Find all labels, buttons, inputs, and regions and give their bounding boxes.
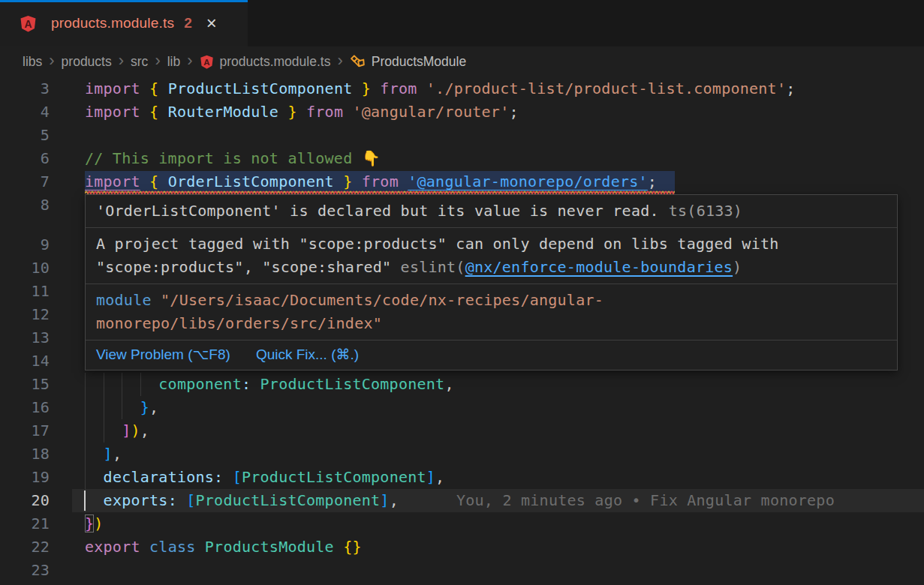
- line-number: 12: [0, 303, 50, 326]
- angular-file-icon: A: [20, 15, 37, 32]
- code-text: // This import is not allowed 👇: [85, 147, 381, 170]
- code-line-20[interactable]: 20 exports: [ProductListComponent],You, …: [0, 489, 924, 512]
- line-number: 6: [0, 147, 50, 170]
- hover-action-bar: View Problem (⌥F8) Quick Fix... (⌘.): [86, 340, 897, 370]
- code-text: export class ProductsModule {}: [85, 536, 362, 559]
- line-number: 22: [0, 536, 50, 559]
- line-number: 17: [0, 419, 50, 442]
- tab-products-module-ts[interactable]: A products.module.ts 2 ×: [0, 0, 248, 46]
- code-text: },: [85, 396, 158, 419]
- hover-popup: 'OrderListComponent' is declared but its…: [85, 194, 898, 370]
- line-number: 19: [0, 466, 50, 489]
- code-text: declarations: [ProductListComponent],: [85, 466, 444, 489]
- module-path-line2: monorepo/libs/orders/src/index": [96, 314, 382, 332]
- code-text: }): [85, 512, 104, 536]
- close-icon[interactable]: ×: [206, 14, 217, 32]
- eslint-rule-link[interactable]: @nx/enforce-module-boundaries: [465, 258, 733, 276]
- line-number: 16: [0, 396, 50, 419]
- breadcrumb-item-products[interactable]: products: [62, 54, 112, 70]
- angular-file-icon: A: [200, 55, 214, 69]
- view-problem-action[interactable]: View Problem (⌥F8): [96, 346, 230, 363]
- chevron-right-icon: ›: [119, 52, 124, 71]
- line-number: 21: [0, 512, 50, 536]
- code-text: import { ProductListComponent } from './…: [85, 77, 795, 100]
- module-keyword: module: [96, 291, 152, 309]
- svg-text:A: A: [24, 17, 32, 29]
- line-number: 23: [0, 559, 50, 582]
- hover-eslint-diagnostic: A project tagged with "scope:products" c…: [86, 228, 897, 284]
- chevron-right-icon: ›: [155, 52, 160, 71]
- tab-problem-count-badge: 2: [184, 15, 192, 32]
- line-number: 9: [0, 233, 50, 256]
- eslint-source-suffix: ): [733, 258, 742, 276]
- line-number: 14: [0, 350, 50, 373]
- line-number: 11: [0, 280, 50, 303]
- line-number: 10: [0, 256, 50, 280]
- code-line-7[interactable]: 7import { OrderListComponent } from '@an…: [0, 170, 924, 194]
- chevron-right-icon: ›: [187, 52, 192, 71]
- breadcrumb-item-file[interactable]: products.module.ts: [220, 54, 331, 70]
- eslint-message-line1: A project tagged with "scope:products" c…: [96, 232, 886, 256]
- line-number: 5: [0, 124, 50, 147]
- svg-text:A: A: [203, 58, 209, 67]
- line-number: 18: [0, 442, 50, 466]
- breadcrumb: libs › products › src › lib › A products…: [0, 46, 924, 77]
- eslint-message-line2: "scope:products", "scope:shared" eslint(…: [96, 256, 886, 279]
- breadcrumb-item-libs[interactable]: libs: [23, 54, 42, 70]
- line-number: 13: [0, 326, 50, 350]
- code-line-18[interactable]: 18 ],: [0, 442, 924, 466]
- code-text: ],: [85, 442, 122, 466]
- line-number: 20: [0, 489, 50, 512]
- code-line-15[interactable]: 15 component: ProductListComponent,: [0, 373, 924, 396]
- tab-bar: A products.module.ts 2 ×: [0, 0, 924, 46]
- breadcrumb-item-lib[interactable]: lib: [167, 54, 181, 70]
- hover-ts-diagnostic: 'OrderListComponent' is declared but its…: [86, 195, 897, 227]
- code-text: ]),: [85, 419, 149, 442]
- code-line-5[interactable]: 5: [0, 124, 924, 147]
- code-line-19[interactable]: 19 declarations: [ProductListComponent],: [0, 466, 924, 489]
- eslint-message-text: "scope:products", "scope:shared": [96, 258, 391, 276]
- code-line-23[interactable]: 23: [0, 559, 924, 582]
- chevron-right-icon: ›: [337, 52, 342, 71]
- code-line-22[interactable]: 22export class ProductsModule {}: [0, 536, 924, 559]
- eslint-source-prefix: eslint(: [391, 258, 465, 276]
- text-cursor: [84, 490, 86, 511]
- code-text: import { RouterModule } from '@angular/r…: [85, 100, 519, 124]
- code-text: exports: [ProductListComponent],: [85, 489, 399, 512]
- line-number: 8: [0, 194, 50, 217]
- ts-diagnostic-code: ts(6133): [669, 202, 742, 220]
- code-line-17[interactable]: 17 ]),: [0, 419, 924, 442]
- line-number: 15: [0, 373, 50, 396]
- quick-fix-action[interactable]: Quick Fix... (⌘.): [256, 346, 359, 363]
- breadcrumb-item-symbol[interactable]: ProductsModule: [372, 54, 466, 70]
- hover-module-path: module "/Users/isaac/Documents/code/nx-r…: [86, 284, 897, 340]
- tab-label: products.module.ts: [51, 15, 174, 32]
- breadcrumb-item-src[interactable]: src: [131, 54, 148, 70]
- code-line-4[interactable]: 4import { RouterModule } from '@angular/…: [0, 100, 924, 124]
- code-line-6[interactable]: 6// This import is not allowed 👇: [0, 147, 924, 170]
- module-path-line1: "/Users/isaac/Documents/code/nx-recipes/…: [161, 291, 603, 309]
- code-line-3[interactable]: 3import { ProductListComponent } from '.…: [0, 77, 924, 100]
- code-text: component: ProductListComponent,: [85, 373, 454, 396]
- class-symbol-icon: [350, 54, 366, 70]
- line-number: 3: [0, 77, 50, 100]
- git-blame-annotation: You, 2 minutes ago • Fix Angular monorep…: [456, 489, 835, 512]
- code-line-16[interactable]: 16 },: [0, 396, 924, 419]
- ts-diagnostic-message: 'OrderListComponent' is declared but its…: [96, 202, 659, 220]
- line-number: 7: [0, 170, 50, 194]
- chevron-right-icon: ›: [49, 52, 54, 71]
- line-number: 4: [0, 100, 50, 124]
- code-line-21[interactable]: 21}): [0, 512, 924, 536]
